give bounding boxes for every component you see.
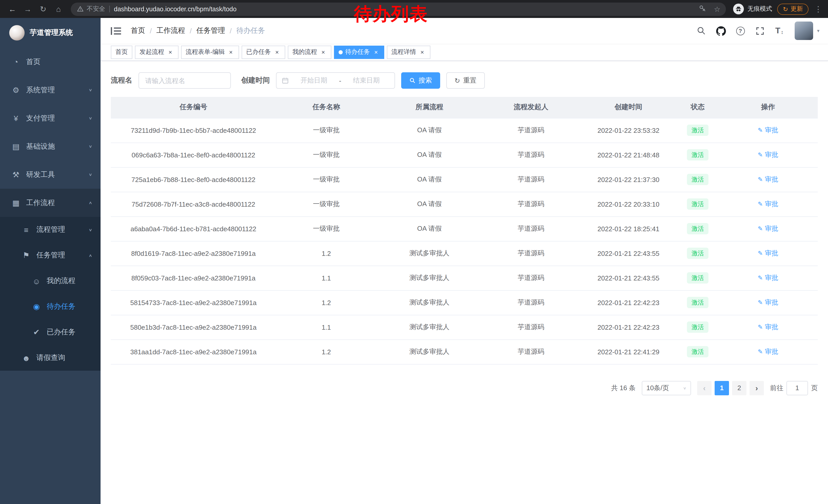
approve-button[interactable]: ✎审批 xyxy=(758,249,778,258)
cell-task-id: 58154733-7ac8-11ec-a9e2-a2380e71991a xyxy=(111,290,276,315)
browser-home-button[interactable]: ⌂ xyxy=(51,2,66,16)
cell-task-id: a6aba0a4-7b6d-11ec-b781-acde48001122 xyxy=(111,216,276,241)
font-size-button[interactable]: T↕ xyxy=(771,22,787,39)
sidebar-item-payment-mgmt[interactable]: ¥ 支付管理 ∨ xyxy=(0,104,100,132)
sidebar-item-todo-tasks[interactable]: ◉ 待办任务 xyxy=(0,294,100,319)
approve-label: 审批 xyxy=(765,298,778,307)
sidebar-item-label: 待办任务 xyxy=(47,302,75,311)
approve-button[interactable]: ✎审批 xyxy=(758,347,778,356)
bookmark-star-icon[interactable]: ☆ xyxy=(711,5,723,13)
tab-start-process[interactable]: 发起流程 × xyxy=(135,45,178,59)
avatar xyxy=(795,21,813,40)
incognito-profile-chip[interactable]: 无痕模式 xyxy=(733,4,772,14)
sidebar-item-workflow[interactable]: ▦ 工作流程 ∧ xyxy=(0,189,100,217)
tab-process-form-edit[interactable]: 流程表单-编辑 × xyxy=(181,45,239,59)
fullscreen-button[interactable] xyxy=(752,22,768,39)
help-button[interactable]: ? xyxy=(732,22,748,39)
cell-status: 激活 xyxy=(677,142,718,167)
approve-label: 审批 xyxy=(765,126,778,135)
sidebar-item-system-mgmt[interactable]: ⚙ 系统管理 ∨ xyxy=(0,76,100,104)
sidebar-item-my-process[interactable]: ☺ 我的流程 xyxy=(0,268,100,294)
caret-down-icon: ▼ xyxy=(816,29,820,33)
cell-actions: ✎审批 xyxy=(718,339,818,364)
approve-button[interactable]: ✎审批 xyxy=(758,273,778,282)
cell-process: 测试多审批人 xyxy=(377,266,482,290)
sidebar-item-done-tasks[interactable]: ✔ 已办任务 xyxy=(0,319,100,345)
col-actions: 操作 xyxy=(718,97,818,118)
create-time-range-picker[interactable]: 开始日期 - 结束日期 xyxy=(276,72,395,89)
prev-page-button[interactable]: ‹ xyxy=(697,381,711,395)
sidebar-item-process-mgmt[interactable]: ≡ 流程管理 ∨ xyxy=(0,217,100,242)
yen-icon: ¥ xyxy=(10,114,22,123)
breadcrumb-home[interactable]: 首页 xyxy=(131,26,145,35)
search-button[interactable] xyxy=(693,22,709,39)
tab-process-detail[interactable]: 流程详情 × xyxy=(387,45,430,59)
cell-status: 激活 xyxy=(677,118,718,142)
cell-task-name: 1.2 xyxy=(276,241,377,266)
tab-home[interactable]: 首页 xyxy=(111,45,132,59)
approve-button[interactable]: ✎审批 xyxy=(758,199,778,209)
close-icon[interactable]: × xyxy=(320,48,327,56)
tab-done-tasks[interactable]: 已办任务 × xyxy=(242,45,285,59)
start-date-placeholder: 开始日期 xyxy=(291,76,337,85)
browser-update-button[interactable]: ↻ 更新 xyxy=(777,3,809,15)
page-button-1[interactable]: 1 xyxy=(715,381,729,395)
table-row: 8f0d1619-7ac8-11ec-a9e2-a2380e71991a 1.2… xyxy=(111,241,818,266)
close-icon[interactable]: × xyxy=(372,48,380,56)
edit-icon: ✎ xyxy=(758,201,763,207)
tab-label: 发起流程 xyxy=(139,48,164,56)
sidebar-item-label: 请假查询 xyxy=(36,353,65,363)
app-logo-link[interactable]: 芋道管理系统 xyxy=(0,18,100,48)
cell-task-id: 8f059c03-7ac8-11ec-a9e2-a2380e71991a xyxy=(111,266,276,290)
close-icon[interactable]: × xyxy=(274,48,281,56)
approve-button[interactable]: ✎审批 xyxy=(758,175,778,184)
page-size-select[interactable]: 10条/页 ∨ xyxy=(642,381,691,395)
sidebar-item-infrastructure[interactable]: ▤ 基础设施 ∨ xyxy=(0,132,100,161)
calendar-icon xyxy=(282,77,289,84)
sidebar-item-leave-query[interactable]: ☻ 请假查询 xyxy=(0,345,100,371)
breadcrumb-task-mgmt[interactable]: 任务管理 xyxy=(197,26,225,35)
create-time-label: 创建时间 xyxy=(241,76,270,85)
tab-todo-tasks[interactable]: 待办任务 × xyxy=(334,45,384,59)
cell-process: OA 请假 xyxy=(377,142,482,167)
cell-task-id: 725a1eb6-7b88-11ec-8ef0-acde48001122 xyxy=(111,167,276,192)
approve-button[interactable]: ✎审批 xyxy=(758,126,778,135)
browser-back-button[interactable]: ← xyxy=(5,2,19,16)
cell-initiator: 芋道源码 xyxy=(482,216,580,241)
close-icon[interactable]: × xyxy=(419,48,426,56)
approve-button[interactable]: ✎审批 xyxy=(758,322,778,332)
browser-forward-button[interactable]: → xyxy=(20,2,35,16)
browser-refresh-button[interactable]: ↻ xyxy=(36,2,50,16)
page-button-2[interactable]: 2 xyxy=(732,381,746,395)
sidebar-item-label: 工作流程 xyxy=(26,198,55,208)
sidebar-item-dev-tools[interactable]: ⚒ 研发工具 ∨ xyxy=(0,161,100,189)
github-button[interactable] xyxy=(713,22,729,39)
close-icon[interactable]: × xyxy=(227,48,235,56)
sidebar-collapse-button[interactable] xyxy=(108,23,124,39)
breadcrumb-workflow[interactable]: 工作流程 xyxy=(157,26,185,35)
cell-initiator: 芋道源码 xyxy=(482,290,580,315)
sidebar-item-home[interactable]: ◔ 首页 xyxy=(0,48,100,76)
tab-my-process[interactable]: 我的流程 × xyxy=(288,45,331,59)
process-name-input[interactable] xyxy=(138,72,231,89)
next-page-button[interactable]: › xyxy=(749,381,764,395)
tab-label: 流程表单-编辑 xyxy=(186,48,225,56)
cell-task-name: 1.1 xyxy=(276,266,377,290)
approve-button[interactable]: ✎审批 xyxy=(758,298,778,307)
close-icon[interactable]: × xyxy=(167,48,174,56)
search-submit-button[interactable]: 搜索 xyxy=(401,72,440,89)
edit-icon: ✎ xyxy=(758,275,763,281)
status-badge: 激活 xyxy=(687,346,708,357)
reset-button[interactable]: ↻ 重置 xyxy=(446,72,485,89)
site-security-chip[interactable]: 不安全 xyxy=(77,5,105,13)
tab-label: 我的流程 xyxy=(292,48,317,56)
sidebar-item-task-mgmt[interactable]: ⚑ 任务管理 ∧ xyxy=(0,242,100,268)
goto-page-input[interactable] xyxy=(786,381,808,395)
approve-button[interactable]: ✎审批 xyxy=(758,224,778,233)
user-avatar-dropdown[interactable]: ▼ xyxy=(795,21,820,40)
browser-menu-icon[interactable]: ⋮ xyxy=(814,4,823,13)
password-key-icon[interactable] xyxy=(697,4,708,13)
workflow-icon: ▦ xyxy=(10,198,22,208)
col-initiator: 流程发起人 xyxy=(482,97,580,118)
approve-button[interactable]: ✎审批 xyxy=(758,150,778,159)
